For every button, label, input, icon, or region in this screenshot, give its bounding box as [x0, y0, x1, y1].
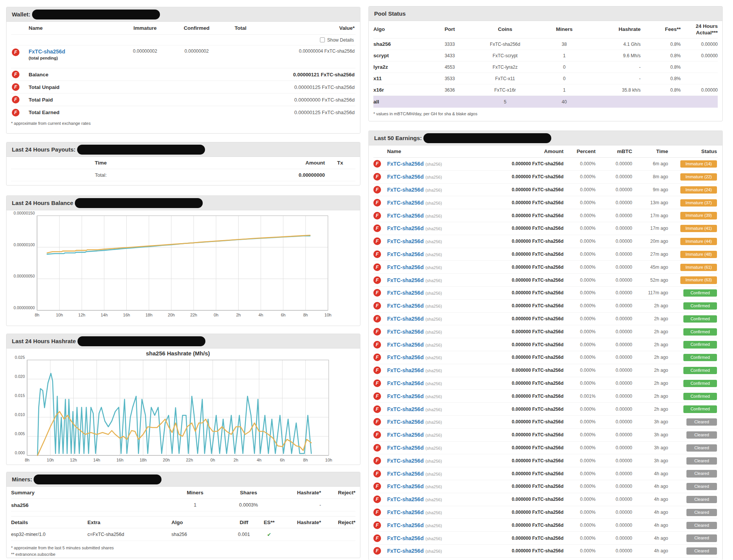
- earnings-coin-link[interactable]: FxTC-sha256d: [387, 354, 424, 360]
- miners-col-hashrate: Hashrate*: [275, 490, 321, 495]
- earnings-time: 27m ago: [632, 252, 668, 257]
- fxtc-coin-icon: F: [373, 495, 381, 503]
- earnings-coin-algo: (sha256): [425, 433, 442, 437]
- miners-col-reject: Reject*: [321, 490, 355, 495]
- fxtc-coin-icon: F: [373, 341, 381, 349]
- pool-row-port: 3533: [431, 76, 469, 81]
- earnings-coin-link[interactable]: FxTC-sha256d: [387, 432, 424, 438]
- miners-address-redacted: [34, 474, 161, 484]
- earnings-coin-link[interactable]: FxTC-sha256d: [387, 483, 424, 489]
- svg-text:18h: 18h: [145, 313, 152, 317]
- earnings-coin-link[interactable]: FxTC-sha256d: [387, 380, 424, 386]
- earnings-coin-link[interactable]: FxTC-sha256d: [387, 522, 424, 528]
- earnings-time: 2h ago: [632, 303, 668, 308]
- earnings-amount: 0.000000 FxTC-sha256d: [502, 252, 563, 257]
- earnings-coin-link[interactable]: FxTC-sha256d: [387, 419, 424, 425]
- earnings-col-time: Time: [632, 148, 668, 154]
- wallet-coin-row: F FxTC-sha256d (total pending) 0.0000000…: [11, 45, 355, 68]
- details-col-reject: Reject*: [321, 520, 355, 525]
- wallet-heading-label: Wallet:: [12, 11, 31, 18]
- pool-row-algo: scrypt: [373, 53, 431, 58]
- earnings-coin-link[interactable]: FxTC-sha256d: [387, 225, 424, 231]
- earnings-coin-algo: (sha256): [425, 291, 442, 295]
- earnings-col-name: Name: [387, 148, 502, 154]
- earnings-coin-link[interactable]: FxTC-sha256d: [387, 496, 424, 502]
- pool-row-port: 3636: [431, 87, 469, 93]
- wallet-col-confirmed: Confirmed: [170, 25, 223, 31]
- hashrate-heading-label: Last 24 Hours Hashrate: [12, 338, 76, 344]
- total-paid-label: Total Paid: [29, 97, 120, 103]
- earnings-coin-link[interactable]: FxTC-sha256d: [387, 303, 424, 309]
- svg-text:12h: 12h: [78, 313, 85, 317]
- pool-status-rows: sha2563333FxTC-sha256d384.1 Gh/s0.8%0.00…: [373, 39, 718, 96]
- earnings-coin-link[interactable]: FxTC-sha256d: [387, 367, 424, 373]
- earnings-coin-link[interactable]: FxTC-sha256d: [387, 535, 424, 541]
- earnings-heading-label: Last 50 Earnings:: [374, 135, 422, 141]
- earnings-time: 8m ago: [632, 174, 668, 179]
- earnings-mbtc: 0.00000: [596, 368, 632, 373]
- earnings-percent: 0.000%: [563, 265, 596, 270]
- earnings-row: FFxTC-sha256d (sha256)0.000000 FxTC-sha2…: [373, 158, 718, 171]
- earnings-coin-link[interactable]: FxTC-sha256d: [387, 251, 424, 257]
- earnings-coin-link[interactable]: FxTC-sha256d: [387, 161, 424, 167]
- earnings-col-percent: Percent: [563, 148, 596, 154]
- svg-text:0.000: 0.000: [15, 450, 25, 455]
- earnings-percent: 0.000%: [563, 226, 596, 231]
- total-paid-value-link[interactable]: 0.00000000 FxTC-sha256d: [258, 97, 355, 103]
- show-details-label: Show Details: [327, 37, 354, 43]
- earnings-coin-link[interactable]: FxTC-sha256d: [387, 329, 424, 335]
- earnings-coin-link[interactable]: FxTC-sha256d: [387, 445, 424, 451]
- status-badge: Cleared: [686, 534, 717, 542]
- earnings-coin-link[interactable]: FxTC-sha256d: [387, 342, 424, 348]
- earnings-amount: 0.000000 FxTC-sha256d: [502, 342, 563, 347]
- earnings-coin-link[interactable]: FxTC-sha256d: [387, 393, 424, 399]
- pool-row-miners: 38: [541, 42, 587, 47]
- earnings-amount: 0.000000 FxTC-sha256d: [502, 432, 563, 437]
- earnings-coin-link[interactable]: FxTC-sha256d: [387, 200, 424, 206]
- pool-col-fees: Fees**: [641, 26, 681, 33]
- earnings-coin-link[interactable]: FxTC-sha256d: [387, 213, 424, 219]
- earnings-coin-link[interactable]: FxTC-sha256d: [387, 174, 424, 180]
- earnings-percent: 0.000%: [563, 239, 596, 244]
- earnings-coin-link[interactable]: FxTC-sha256d: [387, 187, 424, 193]
- fxtc-coin-icon: F: [373, 457, 381, 465]
- earnings-coin-link[interactable]: FxTC-sha256d: [387, 290, 424, 296]
- earnings-coin-link[interactable]: FxTC-sha256d: [387, 406, 424, 412]
- earnings-coin-link[interactable]: FxTC-sha256d: [387, 458, 424, 464]
- earnings-coin-link[interactable]: FxTC-sha256d: [387, 509, 424, 515]
- earnings-coin-link[interactable]: FxTC-sha256d: [387, 277, 424, 283]
- balance-chart: 8h10h12h14h16h18h20h22h0h2h4h6h8h10h0.00…: [6, 210, 360, 325]
- svg-text:10h: 10h: [47, 458, 54, 462]
- earnings-percent: 0.000%: [563, 407, 596, 412]
- earnings-percent: 0.000%: [563, 316, 596, 321]
- pool-row-hashrate: 9.6 Mh/s: [587, 53, 641, 58]
- earnings-coin-link[interactable]: FxTC-sha256d: [387, 548, 424, 554]
- earnings-coin-algo: (sha256): [425, 304, 442, 308]
- earnings-coin-link[interactable]: FxTC-sha256d: [387, 316, 424, 322]
- fxtc-coin-icon: F: [373, 237, 381, 245]
- earnings-percent: 0.000%: [563, 290, 596, 295]
- details-col-extra: Extra: [87, 520, 171, 525]
- wallet-col-immature: Immature: [120, 25, 170, 31]
- earnings-percent: 0.000%: [563, 355, 596, 360]
- wallet-coin-link[interactable]: FxTC-sha256d: [29, 48, 120, 55]
- svg-text:8h: 8h: [25, 458, 29, 462]
- pool-row-hashrate: -: [587, 76, 641, 81]
- fxtc-coin-icon: F: [12, 96, 19, 103]
- earnings-row: FFxTC-sha256d (sha256)0.000000 FxTC-sha2…: [373, 377, 718, 390]
- svg-text:20h: 20h: [168, 313, 175, 317]
- earnings-coin-link[interactable]: FxTC-sha256d: [387, 264, 424, 270]
- pool-row-algo: x11: [373, 76, 431, 81]
- earnings-coin-link[interactable]: FxTC-sha256d: [387, 471, 424, 477]
- earnings-amount: 0.000000 FxTC-sha256d: [502, 419, 563, 424]
- earnings-mbtc: 0.00000: [596, 355, 632, 360]
- wallet-col-value: Value*: [258, 25, 355, 31]
- earnings-percent: 0.000%: [563, 432, 596, 437]
- earnings-mbtc: 0.00000: [596, 316, 632, 321]
- show-details-checkbox[interactable]: [320, 37, 325, 42]
- payouts-panel-heading: Last 24 Hours Payouts:: [6, 142, 360, 157]
- payouts-total-amount: 0.00000000: [191, 172, 325, 178]
- earnings-coin-link[interactable]: FxTC-sha256d: [387, 238, 424, 244]
- svg-text:16h: 16h: [123, 313, 130, 317]
- earnings-amount: 0.000000 FxTC-sha256d: [502, 510, 563, 515]
